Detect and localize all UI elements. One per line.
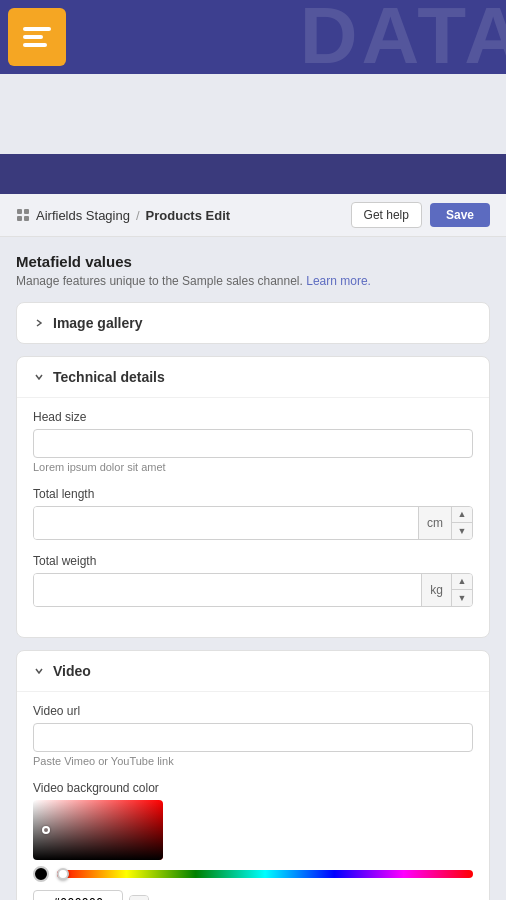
head-size-hint: Lorem ipsum dolor sit amet (33, 461, 473, 473)
video-url-label: Video url (33, 704, 473, 718)
page-header: DATA (0, 0, 506, 74)
metafield-title: Metafield values (16, 253, 490, 270)
video-url-input[interactable] (33, 723, 473, 752)
nav-bar (0, 154, 506, 194)
total-weight-spinners: ▲ ▼ (451, 574, 472, 606)
total-length-increment[interactable]: ▲ (452, 507, 472, 523)
total-weight-input-wrap: kg ▲ ▼ (33, 573, 473, 607)
main-content: Metafield values Manage features unique … (0, 237, 506, 900)
video-title: Video (53, 663, 91, 679)
learn-more-link[interactable]: Learn more. (306, 274, 371, 288)
hue-slider[interactable] (57, 870, 473, 878)
technical-details-card: Technical details Head size Lorem ipsum … (16, 356, 490, 638)
svg-rect-1 (24, 209, 29, 214)
technical-details-body: Head size Lorem ipsum dolor sit amet Tot… (17, 397, 489, 637)
total-length-label: Total length (33, 487, 473, 501)
hex-increment[interactable]: ▲ (130, 896, 148, 901)
color-swatch (33, 866, 49, 882)
total-weight-decrement[interactable]: ▼ (452, 590, 472, 606)
image-gallery-title: Image gallery (53, 315, 143, 331)
video-header[interactable]: Video (17, 651, 489, 691)
total-length-decrement[interactable]: ▼ (452, 523, 472, 539)
hue-slider-thumb (57, 868, 69, 880)
color-cursor (42, 826, 50, 834)
video-bg-color-label: Video background color (33, 781, 473, 795)
hex-input-wrap: HEX ▲ ▼ (33, 890, 473, 900)
image-gallery-card: Image gallery (16, 302, 490, 344)
breadcrumb-actions: Get help Save (351, 202, 490, 228)
hue-slider-wrap (33, 866, 473, 882)
total-length-input-wrap: cm ▲ ▼ (33, 506, 473, 540)
gradient-dark (33, 800, 163, 860)
metafield-subtitle: Manage features unique to the Sample sal… (16, 274, 490, 288)
logo-lines (23, 27, 51, 47)
logo-line-1 (23, 27, 51, 31)
total-length-group: Total length cm ▲ ▼ (33, 487, 473, 540)
chevron-down-icon (33, 371, 45, 383)
total-length-spinners: ▲ ▼ (451, 507, 472, 539)
technical-details-header[interactable]: Technical details (17, 357, 489, 397)
video-bg-color-group: Video background color (33, 781, 473, 900)
svg-rect-0 (17, 209, 22, 214)
total-length-input[interactable] (34, 507, 418, 539)
total-weight-label: Total weigth (33, 554, 473, 568)
video-url-hint: Paste Vimeo or YouTube link (33, 755, 473, 767)
video-body: Video url Paste Vimeo or YouTube link Vi… (17, 691, 489, 900)
breadcrumb-home[interactable]: Airfields Staging (36, 208, 130, 223)
head-size-group: Head size Lorem ipsum dolor sit amet (33, 410, 473, 473)
technical-details-title: Technical details (53, 369, 165, 385)
image-gallery-header[interactable]: Image gallery (17, 303, 489, 343)
svg-rect-2 (17, 216, 22, 221)
head-size-input[interactable] (33, 429, 473, 458)
total-weight-unit: kg (421, 574, 451, 606)
hex-spinners: ▲ ▼ (129, 895, 149, 901)
total-weight-increment[interactable]: ▲ (452, 574, 472, 590)
total-weight-input[interactable] (34, 574, 421, 606)
total-length-unit: cm (418, 507, 451, 539)
total-weight-group: Total weigth kg ▲ ▼ (33, 554, 473, 607)
chevron-down-icon-video (33, 665, 45, 677)
breadcrumb-bar: Airfields Staging / Products Edit Get he… (0, 194, 506, 237)
video-card: Video Video url Paste Vimeo or YouTube l… (16, 650, 490, 900)
logo-line-2 (23, 35, 43, 39)
data-watermark: DATA (300, 0, 506, 74)
breadcrumb-left: Airfields Staging / Products Edit (16, 208, 230, 223)
chevron-right-icon (33, 317, 45, 329)
logo-line-3 (23, 43, 47, 47)
hex-input[interactable] (33, 890, 123, 900)
breadcrumb-separator: / (136, 208, 140, 223)
head-size-label: Head size (33, 410, 473, 424)
svg-rect-3 (24, 216, 29, 221)
video-url-group: Video url Paste Vimeo or YouTube link (33, 704, 473, 767)
color-gradient-picker[interactable] (33, 800, 163, 860)
get-help-button[interactable]: Get help (351, 202, 422, 228)
hex-input-group: HEX (33, 890, 123, 900)
breadcrumb-current: Products Edit (146, 208, 231, 223)
grid-icon (16, 208, 30, 222)
save-button[interactable]: Save (430, 203, 490, 227)
app-logo (8, 8, 66, 66)
